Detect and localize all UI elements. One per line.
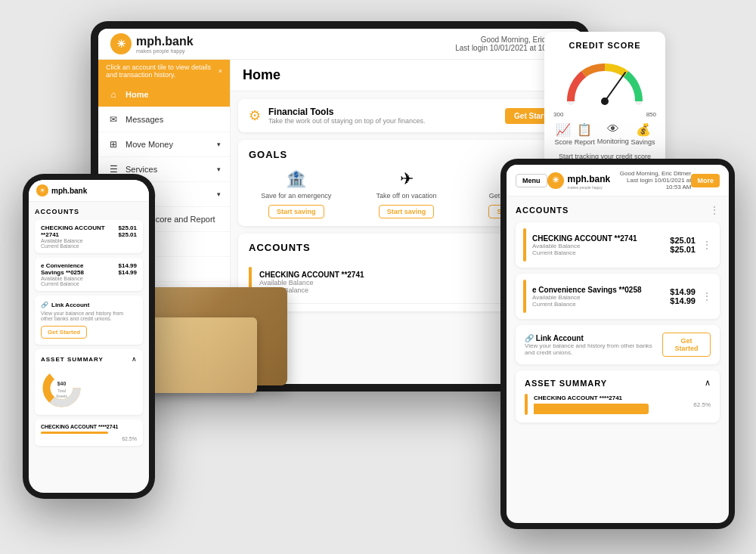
svg-line-0 <box>605 73 625 101</box>
phone-link-title: 🔗 Link Account <box>41 302 137 308</box>
phone-acct-label2-2: Current Balance <box>41 281 108 286</box>
credit-icons-row: 📈 Score 📋 Report 👁 Monitoring 💰 Savings <box>553 122 656 146</box>
financial-tools-card: ⚙ Financial Tools Take the work out of s… <box>238 99 575 132</box>
tm-menu-button[interactable]: Menu <box>516 174 547 187</box>
phone-asset-summary: ASSET SUMMARY ∧ $40 Total Assets <box>35 349 143 415</box>
gauge-min: 300 <box>553 111 563 118</box>
tm-account-card-2[interactable]: e Convenience Savings **0258 Available B… <box>516 274 720 319</box>
tm-link-cta[interactable]: Get Started <box>662 333 711 357</box>
alert-text: Click an account tile to view details an… <box>106 63 218 79</box>
goals-title: GOALS <box>249 149 287 160</box>
ft-info: ⚙ Financial Tools Take the work out of s… <box>249 107 426 125</box>
gauge-labels: 300 850 <box>553 111 656 118</box>
tm-asset-collapse-icon[interactable]: ∧ <box>705 378 711 388</box>
phone-checking-bar <box>41 432 108 434</box>
svg-text:Total: Total <box>57 388 66 393</box>
tools-icon: ⚙ <box>249 107 261 124</box>
phone-acct-label2-1: Current Balance <box>41 243 107 249</box>
phone-screen: ☀ mph.bank ACCOUNTS CHECKING ACCOUNT **2… <box>29 180 149 493</box>
sidebar-item-messages[interactable]: ✉ Messages <box>98 107 230 132</box>
phone-link-cta[interactable]: Get Started <box>41 326 87 339</box>
tm-asset-row-1: CHECKING ACCOUNT ****2741 62.5% <box>525 394 711 415</box>
sidebar-item-move-money[interactable]: ⊞ Move Money ▾ <box>98 132 230 157</box>
phone-asset-title: ASSET SUMMARY <box>41 356 104 363</box>
svg-text:Assets: Assets <box>56 394 68 398</box>
ft-title: Financial Tools <box>268 107 426 117</box>
phone-acct-amount-1: $25.01 <box>119 224 137 231</box>
tm-sun-icon: ☀ <box>547 172 564 189</box>
phone-sun-icon: ☀ <box>36 184 48 197</box>
brand-tagline: makes people happy <box>136 48 194 54</box>
monitoring-icon: 👁 <box>597 122 629 136</box>
link-chain-icon: 🔗 <box>41 302 48 308</box>
phone-acct-name-2: e Convenience Savings **0258 <box>41 262 108 276</box>
phone-account-1[interactable]: CHECKING ACCOUNT **2741 Available Balanc… <box>35 220 143 253</box>
tm-link-chain-icon: 🔗 <box>525 334 536 342</box>
alert-close-icon[interactable]: × <box>218 67 222 75</box>
tm-brand-name: mph.bank <box>568 174 611 184</box>
credit-gauge <box>563 56 646 105</box>
move-money-chevron: ▾ <box>217 141 221 148</box>
tm-asset-bar-1 <box>534 404 649 414</box>
score-chart-icon: 📈 <box>554 122 572 137</box>
donut-chart-wrap: $40 Total Assets <box>41 367 137 409</box>
tm-asset-pct-1: 62.5% <box>693 401 711 408</box>
tablet-mobile-topbar: Menu ☀ mph.bank makes people happy Good … <box>507 165 729 197</box>
gauge-svg <box>563 56 646 105</box>
svg-point-1 <box>601 97 609 105</box>
move-money-icon: ⊞ <box>107 138 119 150</box>
tm-link-title: 🔗 Link Account <box>525 334 662 342</box>
tm-acct-bar-1 <box>523 228 526 262</box>
tm-greeting-block: Good Morning, Eric Ditmer Last login 10/… <box>610 170 691 190</box>
phone-device: ☀ mph.bank ACCOUNTS CHECKING ACCOUNT **2… <box>23 174 155 499</box>
asset-collapse-icon[interactable]: ∧ <box>132 355 137 363</box>
tablet-mobile-screen: Menu ☀ mph.bank makes people happy Good … <box>507 165 729 523</box>
tm-acct-bar-2 <box>523 280 526 313</box>
tm-acct-amount-2a: $14.99 <box>670 287 696 296</box>
score-label: Score <box>554 138 572 146</box>
tablet-accounts-title: ACCOUNTS <box>249 242 311 253</box>
tm-acct-info-2: e Convenience Savings **0258 Available B… <box>532 286 664 308</box>
goal-emergency-icon: 🏦 <box>249 169 344 189</box>
tm-more-button[interactable]: More <box>691 174 720 187</box>
tablet-logo: ☀ mph.bank makes people happy <box>110 33 194 54</box>
phone-asset-header: ASSET SUMMARY ∧ <box>41 355 137 363</box>
phone-checking-name: CHECKING ACCOUNT ****2741 <box>41 424 137 429</box>
nav-messages-label: Messages <box>125 115 163 124</box>
tm-accounts-menu-icon[interactable]: ⋮ <box>709 204 720 216</box>
tm-accounts-header: ACCOUNTS ⋮ <box>516 204 720 216</box>
tm-acct-info-1: CHECKING ACCOUNT **2741 Available Balanc… <box>532 234 664 256</box>
credit-report-item[interactable]: 📋 Report <box>575 122 595 146</box>
tm-asset-name-1: CHECKING ACCOUNT ****2741 <box>534 395 687 401</box>
brand-name: mph.bank <box>136 35 194 48</box>
goal-vacation-cta[interactable]: Start saving <box>379 205 435 218</box>
wood-block-inner-decoration <box>151 317 257 393</box>
tm-acct-amount-block-1: $25.01 $25.01 <box>670 236 696 254</box>
asset-donut-chart: $40 Total Assets <box>41 367 82 409</box>
phone-acct-name-1: CHECKING ACCOUNT **2741 <box>41 224 107 238</box>
sidebar-item-home[interactable]: ⌂ Home <box>98 82 230 107</box>
phone-account-2[interactable]: e Convenience Savings **0258 Available B… <box>35 258 143 291</box>
tablet-topbar: ☀ mph.bank makes people happy Good Morni… <box>98 29 582 60</box>
savings-icon: 💰 <box>631 122 655 137</box>
credit-monitoring-item[interactable]: 👁 Monitoring <box>597 122 629 146</box>
goal-emergency-cta[interactable]: Start saving <box>268 205 324 218</box>
credit-score-item[interactable]: 📈 Score <box>554 122 572 146</box>
report-icon: 📋 <box>575 122 595 137</box>
phone-acct-amount-2b: $14.99 <box>119 269 137 276</box>
tm-acct-1-menu[interactable]: ⋮ <box>702 239 712 251</box>
credit-savings-item[interactable]: 💰 Savings <box>631 122 655 146</box>
tm-acct-2-menu[interactable]: ⋮ <box>702 290 712 302</box>
home-icon: ⌂ <box>107 88 119 101</box>
tm-account-card-1[interactable]: CHECKING ACCOUNT **2741 Available Balanc… <box>516 222 720 268</box>
services-chevron: ▾ <box>217 166 221 173</box>
tm-asset-title: ASSET SUMMARY <box>525 379 607 388</box>
tm-acct-amount-1b: $25.01 <box>670 245 696 254</box>
tm-acct-amount-2b: $14.99 <box>670 296 696 305</box>
goal-vacation-icon: ✈ <box>359 169 454 189</box>
phone-acct-label1-2: Available Balance <box>41 276 108 281</box>
tm-link-desc: View your balance and history from other… <box>525 342 662 356</box>
tm-brand-block: mph.bank makes people happy <box>568 172 611 190</box>
phone-acct-label1-1: Available Balance <box>41 238 107 243</box>
tm-link-text: 🔗 Link Account View your balance and his… <box>525 334 662 356</box>
